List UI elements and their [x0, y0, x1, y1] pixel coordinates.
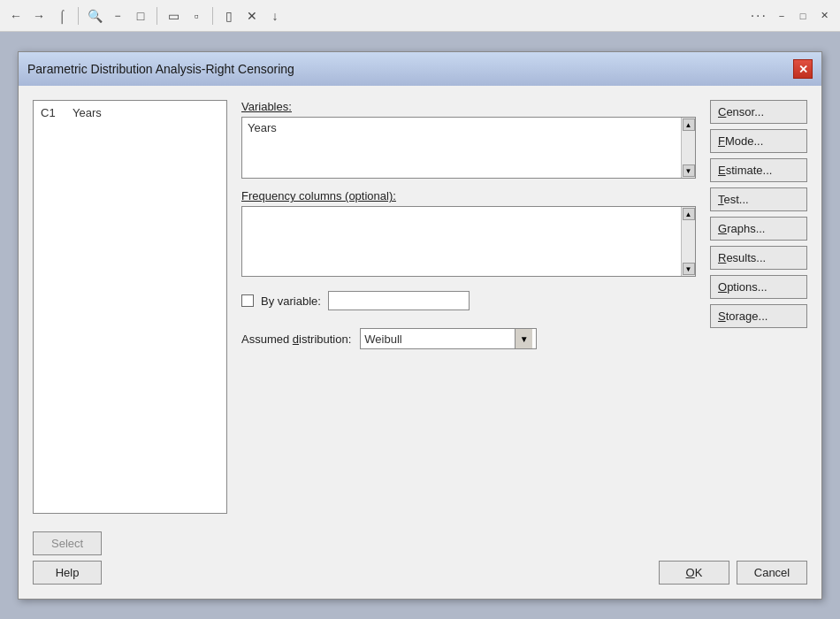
scroll-down-arrow[interactable]: ▼ [683, 164, 695, 177]
distribution-row: Assumed distribution: Weibull ▼ [241, 328, 696, 349]
storage-button[interactable]: Storage... [710, 304, 807, 328]
maximize-icon[interactable]: □ [794, 7, 812, 25]
list-item[interactable]: C1 Years [37, 104, 223, 121]
toolbar: ← → ⌠ 🔍 − □ ▭ ▫ ▯ ✕ ↓ ··· − □ ✕ [0, 0, 840, 32]
dialog-bottom: Select Help OK Cancel [33, 524, 807, 585]
center-panel: Variables: Years ▲ ▼ Fre [241, 100, 696, 514]
variables-content[interactable]: Years [242, 118, 681, 178]
dialog: Parametric Distribution Analysis-Right C… [18, 51, 822, 600]
dialog-titlebar: Parametric Distribution Analysis-Right C… [19, 52, 821, 86]
frequency-scrollbar[interactable]: ▲ ▼ [681, 207, 695, 276]
distribution-dropdown-arrow[interactable]: ▼ [515, 329, 532, 348]
variables-textbox[interactable]: Years ▲ ▼ [241, 117, 696, 179]
options-button[interactable]: Options... [710, 275, 807, 299]
distribution-select[interactable]: Weibull ▼ [360, 328, 537, 349]
by-variable-input[interactable] [328, 291, 470, 310]
window-icon[interactable]: □ [132, 7, 149, 25]
graphs-button[interactable]: Graphs... [710, 217, 807, 241]
forward-icon[interactable]: → [30, 7, 48, 25]
edit-icon[interactable]: ▫ [187, 7, 205, 25]
right-panel: Censor... FMode... Estimate... Test... G… [710, 100, 807, 514]
by-variable-label: By variable: [261, 294, 321, 308]
censor-button[interactable]: Censor... [710, 100, 807, 124]
zoom-out-icon[interactable]: − [109, 7, 126, 25]
column-name: Years [73, 106, 102, 119]
main-area: Parametric Distribution Analysis-Right C… [0, 32, 840, 619]
variables-field-group: Variables: Years ▲ ▼ [241, 100, 696, 179]
fmode-button[interactable]: FMode... [710, 129, 807, 153]
variables-label: Variables: [241, 100, 696, 113]
toolbar-separator-2 [157, 7, 157, 25]
frequency-label: Frequency columns (optional): [241, 189, 696, 203]
copy-icon[interactable]: ▭ [164, 7, 182, 25]
bottom-left-buttons: Select Help [33, 531, 102, 585]
paste-icon[interactable]: ▯ [220, 7, 238, 25]
help-button[interactable]: Help [33, 561, 102, 585]
back-icon[interactable]: ← [7, 7, 25, 25]
select-button[interactable]: Select [33, 531, 102, 555]
bottom-right-buttons: OK Cancel [659, 561, 807, 585]
dialog-main: C1 Years Variables: Years ▲ [33, 100, 807, 514]
freq-scroll-up-arrow[interactable]: ▲ [683, 208, 695, 220]
estimate-button[interactable]: Estimate... [710, 158, 807, 182]
cut-icon[interactable]: ✕ [243, 7, 261, 25]
toolbar-separator-1 [78, 7, 79, 25]
by-variable-checkbox[interactable] [241, 294, 254, 307]
results-button[interactable]: Results... [710, 246, 807, 270]
grid-icon[interactable]: ⌠ [53, 7, 71, 25]
column-id: C1 [41, 106, 58, 119]
download-icon[interactable]: ↓ [266, 7, 284, 25]
cancel-button[interactable]: Cancel [737, 561, 807, 585]
dialog-title: Parametric Distribution Analysis-Right C… [27, 62, 294, 76]
distribution-label: Assumed distribution: [241, 332, 351, 346]
column-list-panel[interactable]: C1 Years [33, 100, 227, 514]
minimize-icon[interactable]: − [773, 7, 790, 25]
frequency-field-group: Frequency columns (optional): ▲ ▼ [241, 189, 696, 277]
frequency-content[interactable] [242, 207, 681, 276]
more-icon[interactable]: ··· [751, 8, 767, 24]
dialog-close-button[interactable]: ✕ [793, 59, 813, 79]
freq-scroll-down-arrow[interactable]: ▼ [683, 263, 695, 275]
test-button[interactable]: Test... [710, 187, 807, 211]
ok-button[interactable]: OK [659, 561, 729, 585]
close-icon[interactable]: ✕ [815, 7, 833, 25]
window-controls: − □ ✕ [773, 7, 833, 25]
by-variable-row: By variable: [241, 291, 696, 310]
dialog-body: C1 Years Variables: Years ▲ [19, 86, 821, 599]
distribution-value: Weibull [364, 332, 515, 346]
variables-scrollbar[interactable]: ▲ ▼ [681, 118, 695, 178]
scroll-up-arrow[interactable]: ▲ [683, 118, 695, 131]
frequency-textbox[interactable]: ▲ ▼ [241, 206, 696, 277]
toolbar-separator-3 [212, 7, 213, 25]
zoom-in-icon[interactable]: 🔍 [86, 7, 103, 25]
